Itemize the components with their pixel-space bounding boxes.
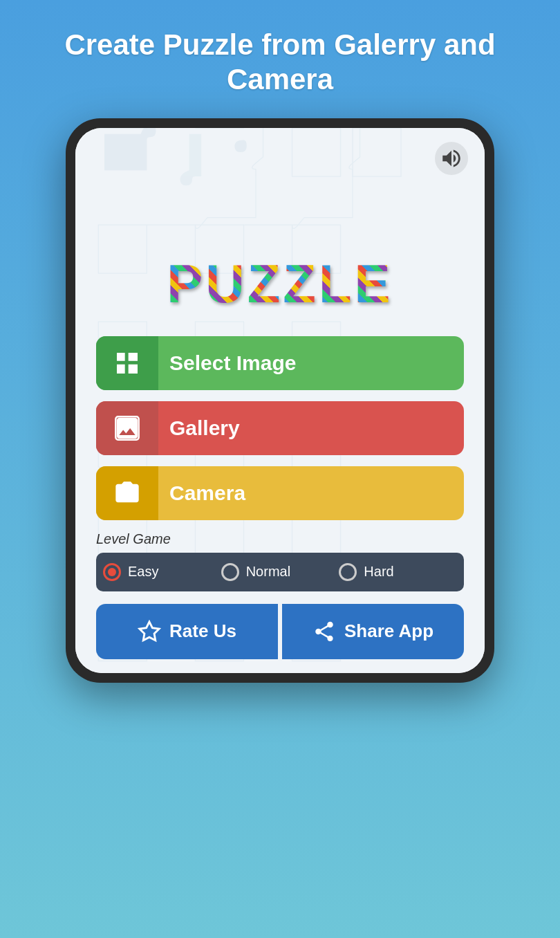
camera-icon (113, 479, 141, 507)
gallery-icon (113, 414, 141, 442)
rate-us-label: Rate Us (169, 620, 236, 642)
gallery-label: Gallery (158, 401, 464, 455)
radio-normal[interactable] (221, 563, 239, 581)
level-bar: Easy Normal Hard (96, 553, 464, 591)
svg-point-2 (120, 422, 125, 427)
level-normal-label: Normal (246, 564, 290, 580)
camera-button[interactable]: Camera (96, 466, 464, 520)
camera-icon-box (96, 466, 158, 520)
screen-content: PUZZLE Select Image (75, 128, 485, 673)
level-normal[interactable]: Normal (221, 563, 339, 581)
rate-us-button[interactable]: Rate Us (96, 604, 278, 659)
gallery-icon-box (96, 401, 158, 455)
radio-hard[interactable] (339, 563, 357, 581)
app-title: PUZZLE (96, 128, 464, 336)
share-app-button[interactable]: Share App (282, 604, 464, 659)
level-section: Level Game Easy Normal (96, 531, 464, 591)
bottom-bar: Rate Us Share App (96, 604, 464, 659)
level-hard[interactable]: Hard (339, 563, 457, 581)
grid-icon (113, 349, 141, 377)
gallery-button[interactable]: Gallery (96, 401, 464, 455)
radio-easy[interactable] (103, 563, 121, 581)
select-image-label: Select Image (158, 336, 464, 390)
header-title: Create Puzzle from Galerry and Camera (0, 0, 560, 118)
radio-easy-dot (108, 568, 116, 576)
level-hard-label: Hard (364, 564, 393, 580)
level-title: Level Game (96, 531, 464, 547)
sound-icon[interactable] (435, 142, 468, 175)
phone-screen: PUZZLE Select Image (75, 128, 485, 673)
svg-point-0 (130, 419, 136, 425)
star-icon (138, 620, 161, 643)
phone-frame: PUZZLE Select Image (66, 118, 494, 683)
speaker-icon (440, 147, 463, 170)
share-icon (312, 620, 336, 643)
select-image-icon-box (96, 336, 158, 390)
level-easy[interactable]: Easy (103, 563, 221, 581)
share-app-label: Share App (344, 620, 433, 642)
level-easy-label: Easy (128, 564, 158, 580)
select-image-button[interactable]: Select Image (96, 336, 464, 390)
camera-label: Camera (158, 466, 464, 520)
